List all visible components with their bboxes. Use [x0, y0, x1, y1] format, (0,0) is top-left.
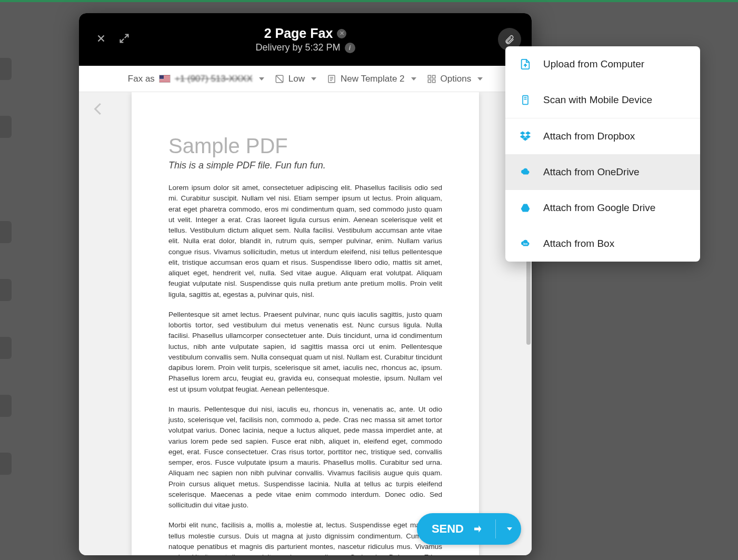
doc-paragraph: In mauris. Pellentesque dui nisi, iaculi…	[168, 404, 442, 511]
bg-blob	[0, 395, 12, 417]
chevron-down-icon	[507, 527, 512, 531]
security-shield-icon[interactable]: ✕	[337, 29, 346, 38]
template-label: New Template 2	[341, 74, 405, 84]
chevron-down-icon	[411, 77, 416, 81]
expand-button[interactable]	[115, 29, 134, 48]
svg-text:box: box	[523, 243, 527, 245]
options-label: Options	[441, 74, 472, 84]
svg-rect-5	[428, 75, 431, 78]
attach-google-drive[interactable]: Attach from Google Drive	[505, 190, 700, 226]
attach-item-label: Upload from Computer	[543, 58, 644, 70]
quality-dropdown[interactable]: Low	[275, 74, 316, 84]
doc-paragraph: Pellentesque sit amet lectus. Praesent p…	[168, 309, 442, 395]
box-icon: box	[519, 237, 532, 250]
bg-blob	[0, 453, 12, 475]
template-dropdown[interactable]: New Template 2	[327, 74, 416, 84]
fax-compose-modal: 2 Page Fax ✕ Delivery by 5:32 PM i Fax a…	[79, 13, 532, 555]
modal-header: 2 Page Fax ✕ Delivery by 5:32 PM i	[79, 13, 532, 66]
template-icon	[327, 74, 336, 84]
bg-blob	[0, 58, 12, 80]
attach-item-label: Attach from Google Drive	[543, 202, 655, 214]
close-icon	[95, 33, 107, 44]
attach-item-label: Attach from OneDrive	[543, 166, 640, 178]
attach-item-label: Scan with Mobile Device	[543, 94, 652, 106]
attach-menu: Upload from Computer Scan with Mobile De…	[505, 46, 700, 262]
attach-onedrive[interactable]: Attach from OneDrive	[505, 154, 700, 190]
fax-as-label: Fax as	[128, 74, 155, 84]
us-flag-icon	[159, 75, 171, 83]
google-drive-icon	[519, 202, 532, 214]
dropbox-icon	[519, 130, 532, 143]
doc-paragraph: Lorem ipsum dolor sit amet, consectetuer…	[168, 183, 442, 300]
send-arrow-icon	[470, 524, 484, 534]
bg-blob	[0, 116, 12, 138]
svg-rect-7	[428, 79, 431, 82]
attach-scan-mobile[interactable]: Scan with Mobile Device	[505, 82, 700, 118]
quality-label: Low	[288, 74, 305, 84]
attach-item-label: Attach from Dropbox	[543, 131, 635, 142]
send-label: SEND	[432, 522, 464, 536]
doc-title: Sample PDF	[168, 134, 442, 158]
modal-title: 2 Page Fax	[264, 26, 333, 41]
document-preview-area: Sample PDF This is a simple PDF file. Fu…	[79, 92, 532, 555]
bg-blob	[0, 279, 12, 301]
attach-upload-computer[interactable]: Upload from Computer	[505, 46, 700, 82]
chevron-left-icon	[91, 98, 106, 119]
doc-subtitle: This is a simple PDF file. Fun fun fun.	[168, 160, 442, 171]
svg-rect-6	[432, 75, 435, 78]
options-dropdown[interactable]: Options	[427, 74, 483, 84]
prev-page-button[interactable]	[91, 98, 106, 122]
delivery-time: 5:32 PM	[305, 42, 340, 53]
expand-icon	[119, 33, 129, 44]
send-button-group: SEND	[417, 513, 521, 545]
onedrive-icon	[519, 166, 532, 178]
doc-paragraph: Morbi elit nunc, facilisis a, mollis a, …	[168, 520, 442, 555]
file-upload-icon	[519, 58, 532, 71]
chevron-down-icon	[259, 77, 264, 81]
info-icon[interactable]: i	[345, 43, 355, 53]
chevron-down-icon	[311, 77, 316, 81]
attach-item-label: Attach from Box	[543, 238, 614, 249]
bg-blob	[0, 337, 12, 359]
options-icon	[427, 74, 436, 84]
bg-blob	[0, 221, 12, 243]
fax-as-phone: +1 (907) 513-XXXX	[175, 74, 253, 84]
delivery-label: Delivery by	[255, 42, 305, 53]
document-page[interactable]: Sample PDF This is a simple PDF file. Fu…	[132, 92, 479, 555]
paperclip-icon	[504, 34, 515, 45]
send-dropdown-button[interactable]	[496, 513, 521, 545]
fax-as-dropdown[interactable]: Fax as +1 (907) 513-XXXX	[128, 74, 264, 84]
attach-box[interactable]: box Attach from Box	[505, 226, 700, 262]
svg-rect-8	[432, 79, 435, 82]
top-accent-strip	[0, 0, 738, 2]
compose-toolbar: Fax as +1 (907) 513-XXXX Low New Templat…	[79, 66, 532, 92]
chevron-down-icon	[477, 77, 483, 81]
quality-icon	[275, 74, 284, 84]
close-button[interactable]	[92, 29, 111, 48]
mobile-scan-icon	[519, 94, 532, 106]
attach-dropbox[interactable]: Attach from Dropbox	[505, 118, 700, 154]
send-button[interactable]: SEND	[417, 513, 495, 545]
